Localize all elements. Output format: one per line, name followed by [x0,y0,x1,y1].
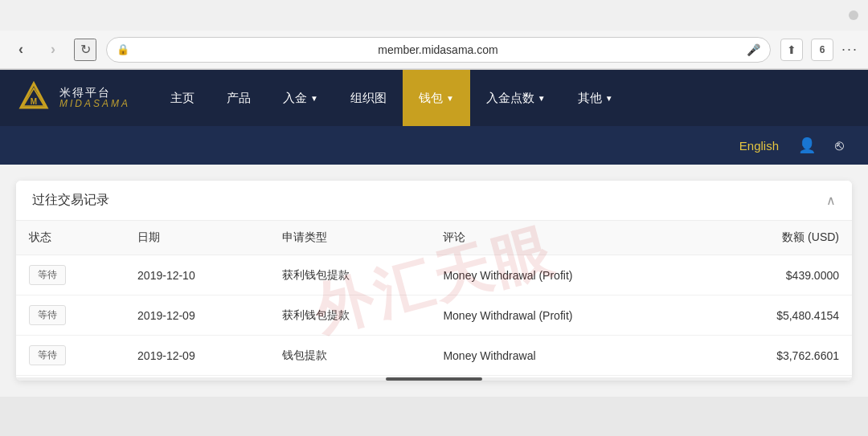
browser-toolbar: ‹ › ↻ 🔒 member.midasama.com 🎤 ⬆ 6 ··· [0,31,868,69]
logo-text-area: 米得平台 MIDASAMA [59,87,130,110]
cell-amount: $5,480.4154 [699,295,852,336]
cell-type: 获利钱包提款 [269,295,431,336]
user-icon[interactable]: 👤 [798,137,816,154]
nav-item-org[interactable]: 组织图 [334,70,403,126]
nav-item-deposit[interactable]: 入金 ▼ [267,70,334,126]
share-button[interactable]: ⬆ [780,39,803,61]
nav-item-other[interactable]: 其他 ▼ [562,70,629,126]
logo-icon: M [16,80,51,116]
data-table: 状态 日期 申请类型 评论 数额 (USD) 等待 2019-12-10 获利钱… [16,221,852,376]
cell-comment: Money Withdrawal [430,336,698,376]
nav-links: 主页 产品 入金 ▼ 组织图 钱包 ▼ 入金点数 ▼ 其他 ▼ [154,70,852,126]
wallet-arrow: ▼ [446,94,454,103]
cell-date: 2019-12-09 [125,336,268,376]
lock-icon: 🔒 [117,43,129,55]
cell-status: 等待 [16,295,125,336]
table-header-row: 状态 日期 申请类型 评论 数额 (USD) [16,221,852,255]
site-nav-row2: English 👤 ⎋ [0,126,868,165]
col-header-amount: 数额 (USD) [699,221,852,255]
website: M 米得平台 MIDASAMA 主页 产品 入金 ▼ 组织图 钱包 [0,70,868,165]
other-arrow: ▼ [605,94,613,103]
status-badge: 等待 [29,265,66,285]
cell-amount: $439.0000 [699,255,852,295]
mic-icon: 🎤 [747,43,760,56]
collapse-icon[interactable]: ∧ [826,193,836,208]
browser-chrome: ‹ › ↻ 🔒 member.midasama.com 🎤 ⬆ 6 ··· [0,0,868,70]
col-header-comment: 评论 [430,221,698,255]
nav-item-home[interactable]: 主页 [154,70,211,126]
nav-item-products[interactable]: 产品 [211,70,267,126]
logo-area: M 米得平台 MIDASAMA [16,80,130,116]
points-arrow: ▼ [538,94,546,103]
forward-button[interactable]: › [42,39,64,61]
cell-type: 获利钱包提款 [269,255,431,295]
deposit-arrow: ▼ [310,94,318,103]
tabs-button[interactable]: 6 [811,39,833,61]
content-area: 外汇天眼 过往交易记录 ∧ 状态 日期 申请类型 评论 数额 (USD) [0,165,868,397]
minimize-button[interactable] [849,10,858,20]
logout-icon[interactable]: ⎋ [835,137,844,154]
tab-count: 6 [820,44,825,55]
site-nav: M 米得平台 MIDASAMA 主页 产品 入金 ▼ 组织图 钱包 [0,70,868,126]
nav-item-points[interactable]: 入金点数 ▼ [470,70,562,126]
cell-date: 2019-12-10 [125,255,268,295]
bottom-bar [16,377,852,381]
card-title: 过往交易记录 [32,192,109,209]
cell-comment: Money Withdrawal (Profit) [430,255,698,295]
logo-cn-text: 米得平台 [59,87,130,99]
cell-date: 2019-12-09 [125,295,268,336]
transaction-card: 过往交易记录 ∧ 状态 日期 申请类型 评论 数额 (USD) 等待 2019 [16,181,852,381]
scroll-indicator [386,377,482,381]
logo-en-text: MIDASAMA [59,99,130,109]
cell-amount: $3,762.6601 [699,336,852,376]
col-header-date: 日期 [125,221,268,255]
cell-status: 等待 [16,336,125,376]
more-button[interactable]: ··· [841,41,858,58]
col-header-status: 状态 [16,221,125,255]
content-wrapper: 外汇天眼 过往交易记录 ∧ 状态 日期 申请类型 评论 数额 (USD) [16,181,852,381]
url-text: member.midasama.com [136,43,740,56]
col-header-type: 申请类型 [269,221,431,255]
back-button[interactable]: ‹ [10,39,32,61]
table-row: 等待 2019-12-10 获利钱包提款 Money Withdrawal (P… [16,255,852,295]
address-bar[interactable]: 🔒 member.midasama.com 🎤 [106,37,771,63]
card-header: 过往交易记录 ∧ [16,181,852,221]
language-button[interactable]: English [739,139,779,153]
cell-comment: Money Withdrawal (Profit) [430,295,698,336]
status-badge: 等待 [29,305,66,325]
status-badge: 等待 [29,345,66,365]
cell-status: 等待 [16,255,125,295]
toolbar-actions: ⬆ 6 ··· [780,39,858,61]
reload-button[interactable]: ↻ [74,39,96,61]
svg-text:M: M [31,97,37,106]
nav-item-wallet[interactable]: 钱包 ▼ [403,70,470,126]
table-row: 等待 2019-12-09 钱包提款 Money Withdrawal $3,7… [16,336,852,376]
table-row: 等待 2019-12-09 获利钱包提款 Money Withdrawal (P… [16,295,852,336]
cell-type: 钱包提款 [269,336,431,376]
browser-titlebar [0,0,868,31]
